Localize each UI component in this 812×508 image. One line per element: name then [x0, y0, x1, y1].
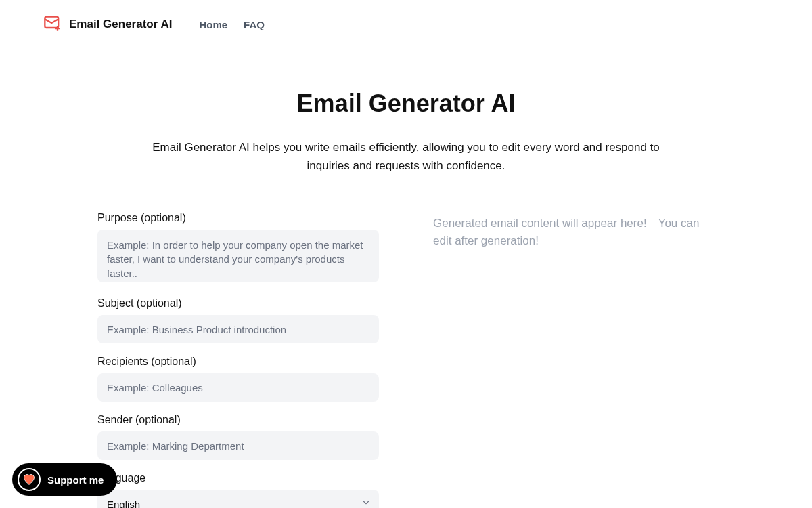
brand-logo[interactable]: Email Generator AI	[43, 14, 172, 35]
page-title: Email Generator AI	[135, 89, 677, 118]
language-select[interactable]: English	[97, 490, 379, 508]
sender-label: Sender (optional)	[97, 414, 379, 426]
output-placeholder: Generated email content will appear here…	[433, 215, 715, 249]
heart-icon	[18, 468, 41, 491]
sender-input[interactable]	[97, 431, 379, 460]
purpose-input[interactable]	[97, 230, 379, 282]
nav-home[interactable]: Home	[199, 19, 227, 30]
mail-plus-icon	[43, 14, 62, 35]
subject-input[interactable]	[97, 315, 379, 343]
support-me-button[interactable]: Support me	[12, 463, 117, 496]
recipients-label: Recipients (optional)	[97, 356, 379, 368]
brand-text: Email Generator AI	[69, 18, 172, 31]
purpose-label: Purpose (optional)	[97, 212, 379, 224]
nav-faq[interactable]: FAQ	[244, 19, 265, 30]
page-description: Email Generator AI helps you write email…	[135, 138, 677, 175]
subject-label: Subject (optional)	[97, 297, 379, 310]
language-label: Language	[97, 472, 379, 484]
support-me-label: Support me	[47, 474, 104, 486]
recipients-input[interactable]	[97, 373, 379, 402]
